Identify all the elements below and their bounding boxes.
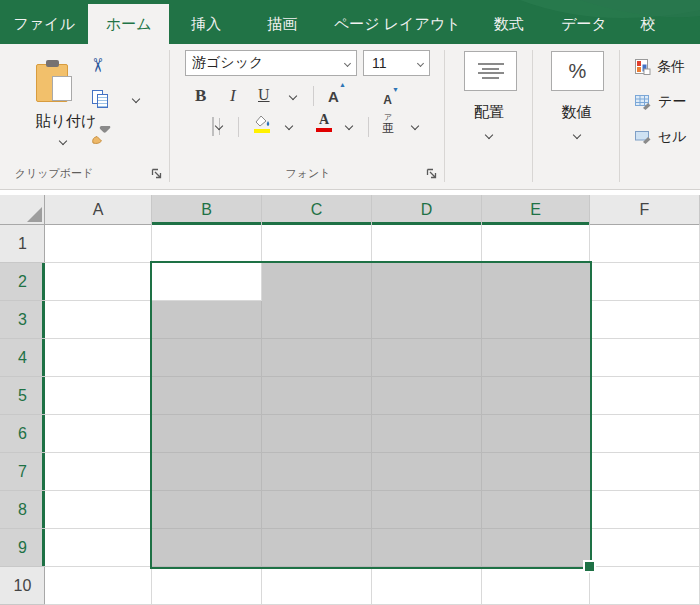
cell-F5[interactable]	[590, 377, 700, 415]
cell-A7[interactable]	[45, 453, 152, 491]
font-color-button[interactable]: A	[316, 113, 332, 132]
row-header-10[interactable]: 10	[0, 567, 45, 605]
copy-icon[interactable]	[92, 90, 109, 109]
caret-up-icon: ▲	[339, 81, 346, 88]
cell-F9[interactable]	[590, 529, 700, 567]
cell-B1[interactable]	[152, 225, 262, 263]
ribbon-tab-data[interactable]: データ	[544, 4, 625, 44]
cell-A2[interactable]	[45, 263, 152, 301]
divider	[238, 117, 239, 137]
conditional-formatting-button[interactable]: 条件	[635, 54, 685, 80]
conditional-formatting-icon	[635, 59, 651, 75]
row-header-9[interactable]: 9	[0, 529, 45, 567]
font-name-value: 游ゴシック	[192, 54, 263, 72]
select-all-triangle-icon	[27, 207, 42, 222]
ribbon-group-styles: 条件 テー セル	[620, 44, 700, 190]
col-header-D[interactable]: D	[372, 195, 482, 225]
cell-B2[interactable]	[152, 263, 262, 301]
row-header-3[interactable]: 3	[0, 301, 45, 339]
cell-styles-button[interactable]: セル	[635, 124, 687, 150]
row-header-6[interactable]: 6	[0, 415, 45, 453]
row-header-8[interactable]: 8	[0, 491, 45, 529]
italic-button[interactable]: I	[230, 86, 236, 106]
row-header-7[interactable]: 7	[0, 453, 45, 491]
alignment-button-box[interactable]	[464, 51, 517, 91]
cell-B10[interactable]	[152, 567, 262, 605]
cell-A6[interactable]	[45, 415, 152, 453]
ribbon-group-number[interactable]: % 数値	[533, 44, 620, 190]
col-header-B[interactable]: B	[152, 195, 262, 225]
format-painter-icon[interactable]	[90, 126, 112, 146]
ribbon-tab-insert[interactable]: 挿入	[169, 4, 243, 44]
font-size-combo[interactable]: 11	[363, 50, 430, 76]
ribbon-tab-page-layout[interactable]: ページ レイアウト	[321, 4, 474, 44]
ribbon-tab-review[interactable]: 校	[625, 4, 700, 44]
col-header-C[interactable]: C	[262, 195, 372, 225]
alignment-dropdown-icon[interactable]	[485, 131, 493, 139]
cell-E1[interactable]	[482, 225, 590, 263]
row-header-2[interactable]: 2	[0, 263, 45, 301]
selection-fill-handle[interactable]	[585, 562, 594, 571]
font-name-combo[interactable]: 游ゴシック	[185, 50, 357, 76]
cell-F4[interactable]	[590, 339, 700, 377]
cell-F6[interactable]	[590, 415, 700, 453]
cell-F8[interactable]	[590, 491, 700, 529]
row-header-4[interactable]: 4	[0, 339, 45, 377]
col-header-E[interactable]: E	[482, 195, 590, 225]
cell-D10[interactable]	[372, 567, 482, 605]
cell-F1[interactable]	[590, 225, 700, 263]
ribbon-group-alignment[interactable]: 配置	[445, 44, 533, 190]
col-header-F[interactable]: F	[590, 195, 700, 225]
ribbon-tab-file[interactable]: ファイル	[0, 4, 88, 44]
phonetic-guide-button[interactable]: ア 亜	[382, 114, 394, 134]
font-name-dropdown-icon[interactable]	[344, 59, 351, 66]
cell-C10[interactable]	[262, 567, 372, 605]
ribbon-tab-home[interactable]: ホーム	[88, 4, 169, 44]
cell-A3[interactable]	[45, 301, 152, 339]
cell-A1[interactable]	[45, 225, 152, 263]
col-header-A[interactable]: A	[45, 195, 152, 225]
cell-D1[interactable]	[372, 225, 482, 263]
ribbon-tab-formulas[interactable]: 数式	[474, 4, 544, 44]
divider	[368, 117, 369, 137]
borders-dropdown-icon[interactable]	[215, 122, 223, 130]
increase-font-size-button[interactable]: A▲	[328, 88, 339, 105]
copy-dropdown-icon[interactable]	[132, 95, 140, 103]
cell-A5[interactable]	[45, 377, 152, 415]
bold-button[interactable]: B	[195, 86, 206, 106]
select-all-button[interactable]	[0, 195, 45, 225]
cell-F7[interactable]	[590, 453, 700, 491]
phonetic-dropdown-icon[interactable]	[411, 122, 419, 130]
decrease-font-size-button[interactable]: A▼	[383, 93, 392, 107]
paste-dropdown-icon[interactable]	[59, 137, 67, 145]
fill-color-button[interactable]	[252, 114, 272, 133]
paint-bucket-icon	[252, 114, 272, 128]
row-header-1[interactable]: 1	[0, 225, 45, 263]
font-color-dropdown-icon[interactable]	[345, 122, 353, 130]
ribbon-group-font: 游ゴシック 11 B I U A▲ A▼	[170, 44, 445, 190]
underline-dropdown-icon[interactable]	[289, 92, 297, 100]
cut-icon[interactable]: ✂	[87, 57, 109, 73]
font-dialog-launcher-icon[interactable]	[425, 167, 438, 180]
paste-icon-clip	[46, 60, 59, 67]
number-dropdown-icon[interactable]	[572, 131, 580, 139]
cell-F3[interactable]	[590, 301, 700, 339]
clipboard-dialog-launcher-icon[interactable]	[150, 167, 163, 180]
selection-fill-main	[152, 301, 590, 567]
underline-button[interactable]: U	[258, 86, 270, 104]
font-size-dropdown-icon[interactable]	[417, 59, 424, 66]
number-button-box[interactable]: %	[551, 51, 604, 91]
format-as-table-button[interactable]: テー	[635, 89, 686, 115]
cell-F2[interactable]	[590, 263, 700, 301]
cell-A4[interactable]	[45, 339, 152, 377]
cell-E10[interactable]	[482, 567, 590, 605]
cell-F10[interactable]	[590, 567, 700, 605]
ribbon-tab-draw[interactable]: 描画	[243, 4, 320, 44]
fill-color-dropdown-icon[interactable]	[285, 122, 293, 130]
cell-A9[interactable]	[45, 529, 152, 567]
row-header-5[interactable]: 5	[0, 377, 45, 415]
cell-A8[interactable]	[45, 491, 152, 529]
borders-icon[interactable]	[212, 117, 214, 136]
cell-C1[interactable]	[262, 225, 372, 263]
cell-A10[interactable]	[45, 567, 152, 605]
